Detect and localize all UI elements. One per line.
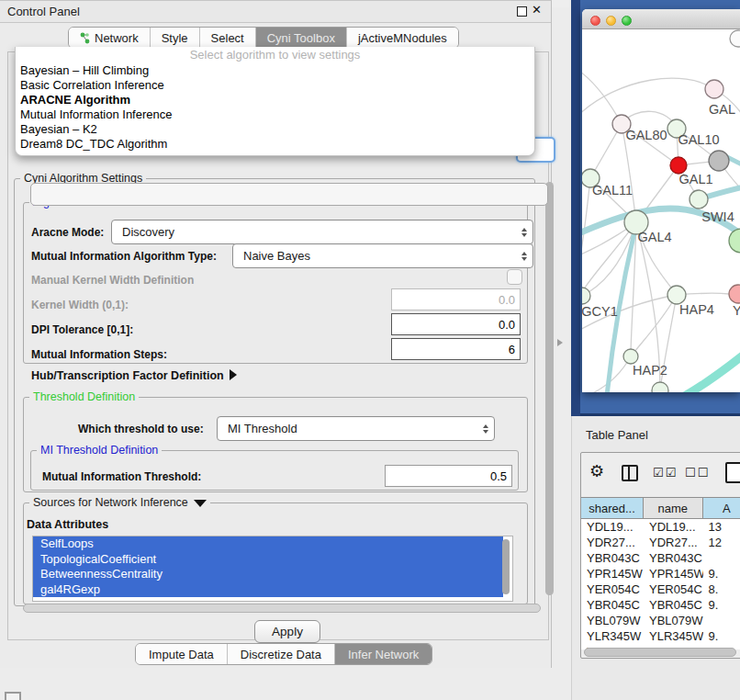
- which-threshold-combo[interactable]: MI Threshold: [217, 416, 495, 441]
- table-horizontal-scrollbar[interactable]: [584, 648, 736, 657]
- mi-steps-label: Mutual Information Steps:: [31, 348, 167, 361]
- table-row[interactable]: YDL19...YDL19...13: [581, 519, 740, 535]
- gear-icon[interactable]: ⚙: [589, 461, 604, 481]
- attribute-list-item[interactable]: BetweennessCentrality: [33, 567, 503, 582]
- expand-right-icon: [230, 369, 237, 380]
- deselect-all-checkboxes-icon[interactable]: ☐☐: [685, 466, 710, 480]
- table-cell: 9.: [703, 566, 740, 581]
- select-all-checkboxes-icon[interactable]: ☑☑: [653, 466, 678, 480]
- table-cell: YLR345W: [644, 628, 703, 644]
- attribute-list-item[interactable]: gal4RGexp: [33, 582, 503, 598]
- mac-minimize-button[interactable]: [606, 16, 616, 26]
- table-cell: YER054C: [644, 581, 703, 597]
- node-salmon[interactable]: [729, 285, 740, 303]
- mac-close-button[interactable]: [590, 16, 600, 26]
- bottom-tab-infer-network[interactable]: Infer Network: [335, 644, 432, 664]
- node-green-right[interactable]: [729, 229, 740, 253]
- tab-cyni-toolbox[interactable]: Cyni Toolbox: [256, 28, 347, 48]
- tab-select[interactable]: Select: [200, 28, 256, 48]
- kernel-width-input[interactable]: [391, 288, 521, 310]
- table-row[interactable]: YBR043CYBR043C: [581, 550, 740, 566]
- threshold-definition-label: Threshold Definition: [29, 390, 139, 403]
- mi-threshold-label: Mutual Information Threshold:: [42, 470, 201, 483]
- split-columns-icon[interactable]: [622, 465, 638, 481]
- node-gal-top[interactable]: [705, 80, 723, 98]
- node-partial-top[interactable]: [730, 30, 740, 47]
- table-cell: YER054C: [581, 581, 644, 597]
- node-hap4[interactable]: [667, 286, 686, 304]
- document-icon[interactable]: [725, 462, 740, 483]
- mi-threshold-input[interactable]: [385, 465, 512, 487]
- mac-zoom-button[interactable]: [622, 16, 632, 26]
- collapsed-panel-icon[interactable]: [5, 692, 21, 700]
- dropdown-item[interactable]: Bayesian – K2: [16, 122, 534, 137]
- list-scrollbar[interactable]: [502, 539, 510, 594]
- settings-horizontal-scrollbar[interactable]: [23, 604, 541, 614]
- mi-type-combo[interactable]: Naive Bayes: [232, 243, 533, 268]
- data-attributes-list[interactable]: SelfLoopsTopologicalCoefficientBetweenne…: [32, 536, 513, 602]
- node-salmon-label: Y: [733, 303, 740, 318]
- table-cell: YPR145W: [644, 566, 703, 581]
- tab-network[interactable]: Network: [69, 28, 151, 48]
- tab-style[interactable]: Style: [151, 28, 200, 48]
- combo-arrows-icon: [521, 252, 527, 261]
- table-header-row: shared...nameA: [581, 497, 740, 519]
- table-cell: YDR27...: [644, 535, 703, 550]
- node-gcy1-label: GCY1: [582, 304, 618, 319]
- float-window-icon[interactable]: [517, 6, 527, 17]
- aracne-mode-value: Discovery: [122, 225, 174, 239]
- node-partial-bottom[interactable]: [652, 382, 668, 392]
- dropdown-item[interactable]: Dream8 DC_TDC Algorithm: [16, 137, 534, 152]
- hub-definition-toggle[interactable]: Hub/Transcription Factor Definition: [31, 369, 237, 382]
- table-cell: YLR345W: [581, 628, 644, 644]
- mi-steps-input[interactable]: [391, 338, 521, 360]
- kernel-width-label: Kernel Width (0,1):: [31, 299, 129, 311]
- table-cell: 12: [703, 535, 740, 550]
- manual-kernel-checkbox[interactable]: [507, 269, 522, 285]
- table-row[interactable]: YBR045CYBR045C9.: [581, 597, 740, 613]
- node-gray[interactable]: [709, 151, 729, 171]
- node-gal4-label: GAL4: [637, 230, 671, 244]
- network-name-field-fragment: [30, 183, 548, 206]
- close-icon[interactable]: ✕: [532, 3, 542, 17]
- tab-label: jActiveMNodules: [358, 31, 447, 45]
- table-cell: YBL079W: [644, 613, 703, 628]
- node-hap2[interactable]: [623, 349, 638, 364]
- table-cell: YDL19...: [644, 519, 703, 535]
- table-cell: 9.: [703, 628, 740, 644]
- control-panel-window: Control Panel ✕ NetworkStyleSelectCyni T…: [0, 0, 552, 668]
- aracne-mode-combo[interactable]: Discovery: [111, 220, 533, 244]
- algorithm-dropdown-open: Select algorithm to view settings Bayesi…: [15, 47, 535, 156]
- node-gcy1[interactable]: [582, 288, 590, 304]
- column-header[interactable]: name: [644, 498, 703, 518]
- bottom-tab-impute-data[interactable]: Impute Data: [136, 644, 228, 664]
- dropdown-item[interactable]: ARACNE Algorithm: [16, 93, 534, 107]
- table-row[interactable]: YBL079WYBL079W: [581, 613, 740, 628]
- dropdown-item[interactable]: Basic Correlation Inference: [16, 78, 534, 93]
- column-header[interactable]: shared...: [581, 498, 644, 518]
- tab-jactivemnodules[interactable]: jActiveMNodules: [347, 28, 458, 48]
- dropdown-item[interactable]: Mutual Information Inference: [16, 107, 534, 122]
- network-graph[interactable]: GALGAL80GAL10GAL1GAL11SWI4GAL4GCY1HAP4YH…: [582, 28, 740, 392]
- screenshot-stage: Control Panel ✕ NetworkStyleSelectCyni T…: [0, 0, 740, 700]
- tab-label: Network: [95, 31, 139, 45]
- column-header[interactable]: A: [703, 498, 740, 518]
- table-row[interactable]: YDR27...YDR27...12: [581, 535, 740, 550]
- data-attributes-label: Data Attributes: [27, 518, 108, 531]
- dpi-tolerance-input[interactable]: [391, 313, 521, 335]
- node-swi4[interactable]: [690, 190, 708, 209]
- apply-button[interactable]: Apply: [254, 620, 320, 643]
- tab-label: Cyni Toolbox: [267, 31, 335, 45]
- bottom-tab-discretize-data[interactable]: Discretize Data: [228, 644, 335, 664]
- node-gal10-label: GAL10: [678, 132, 719, 147]
- node-gal1-label: GAL1: [678, 172, 712, 186]
- dropdown-item[interactable]: Bayesian – Hill Climbing: [16, 63, 534, 78]
- table-row[interactable]: YER054CYER054C8.: [581, 581, 740, 597]
- attribute-list-item[interactable]: SelfLoops: [33, 536, 503, 552]
- table-row[interactable]: YLR345WYLR345W9.: [581, 628, 740, 644]
- attribute-list-item[interactable]: TopologicalCoefficient: [33, 552, 503, 568]
- settings-vertical-scrollbar[interactable]: [544, 179, 555, 602]
- table-cell: YBR043C: [581, 550, 644, 566]
- sources-group-toggle[interactable]: Sources for Network Inference: [29, 496, 210, 509]
- table-row[interactable]: YPR145WYPR145W9.: [581, 566, 740, 581]
